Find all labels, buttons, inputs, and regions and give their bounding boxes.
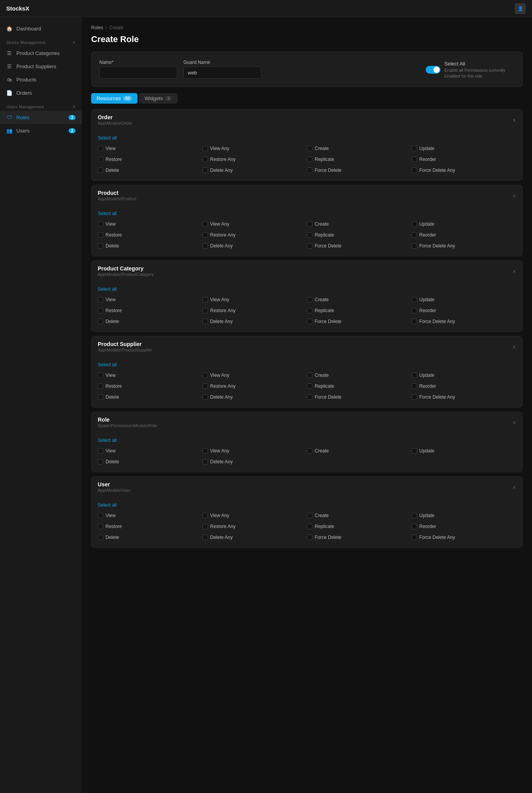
- perm-checkbox-order-create[interactable]: [307, 146, 312, 151]
- perm-checkbox-product-category-force-delete-any[interactable]: [412, 319, 417, 324]
- sidebar-item-products[interactable]: 🛍 Products: [0, 73, 82, 86]
- perm-checkbox-product-supplier-force-delete-any[interactable]: [412, 394, 417, 400]
- resource-select-all-product-category[interactable]: Select all: [98, 286, 117, 292]
- perm-checkbox-user-force-delete[interactable]: [307, 535, 312, 540]
- perm-checkbox-product-supplier-view-any[interactable]: [203, 373, 208, 378]
- resource-header-user[interactable]: User App\Models\User ∧: [92, 477, 522, 497]
- perm-checkbox-order-restore[interactable]: [98, 157, 103, 162]
- resource-select-all-role[interactable]: Select all: [98, 438, 117, 443]
- resource-header-role[interactable]: Role Spatie\Permission\Models\Role ∧: [92, 412, 522, 433]
- perm-checkbox-user-force-delete-any[interactable]: [412, 535, 417, 540]
- perm-checkbox-product-category-update[interactable]: [412, 297, 417, 302]
- perm-checkbox-user-reorder[interactable]: [412, 524, 417, 529]
- sidebar-item-roles[interactable]: 🛡 Roles 3: [0, 111, 82, 124]
- perm-checkbox-role-view[interactable]: [98, 448, 103, 454]
- perm-checkbox-role-view-any[interactable]: [203, 448, 208, 454]
- perm-checkbox-user-delete[interactable]: [98, 535, 103, 540]
- perm-item-user-reorder: Reorder: [412, 523, 516, 530]
- resource-select-all-product[interactable]: Select all: [98, 211, 117, 216]
- resource-title-order: Order: [98, 114, 132, 120]
- perm-checkbox-product-supplier-force-delete[interactable]: [307, 394, 312, 400]
- perm-label: Create: [315, 513, 329, 518]
- perm-checkbox-order-force-delete[interactable]: [307, 168, 312, 173]
- perm-checkbox-role-delete[interactable]: [98, 459, 103, 464]
- perm-checkbox-product-category-delete-any[interactable]: [203, 319, 208, 324]
- sidebar-item-orders[interactable]: 📄 Orders: [0, 86, 82, 99]
- resource-select-all-user[interactable]: Select all: [98, 502, 117, 508]
- perm-checkbox-order-force-delete-any[interactable]: [412, 168, 417, 173]
- perm-checkbox-product-category-restore[interactable]: [98, 308, 103, 313]
- perm-checkbox-role-update[interactable]: [412, 448, 417, 454]
- perm-checkbox-product-force-delete[interactable]: [307, 243, 312, 249]
- perm-checkbox-product-delete-any[interactable]: [203, 243, 208, 249]
- perm-checkbox-product-view-any[interactable]: [203, 221, 208, 227]
- perm-checkbox-user-create[interactable]: [307, 513, 312, 518]
- resource-select-all-product-supplier[interactable]: Select all: [98, 362, 117, 367]
- select-all-toggle[interactable]: [426, 66, 440, 74]
- perm-checkbox-product-category-restore-any[interactable]: [203, 308, 208, 313]
- perm-checkbox-user-restore-any[interactable]: [203, 524, 208, 529]
- perm-checkbox-user-view-any[interactable]: [203, 513, 208, 518]
- perm-checkbox-product-supplier-restore[interactable]: [98, 383, 103, 389]
- perm-checkbox-order-restore-any[interactable]: [203, 157, 208, 162]
- perm-checkbox-user-replicate[interactable]: [307, 524, 312, 529]
- perm-checkbox-product-delete[interactable]: [98, 243, 103, 249]
- resource-select-all-order[interactable]: Select all: [98, 135, 117, 141]
- perm-checkbox-user-restore[interactable]: [98, 524, 103, 529]
- tab-resources[interactable]: Resources 66: [91, 93, 137, 104]
- sidebar-item-product-suppliers[interactable]: ☰ Product Suppliers: [0, 60, 82, 73]
- perm-checkbox-product-category-force-delete[interactable]: [307, 319, 312, 324]
- guard-name-input[interactable]: [183, 67, 261, 79]
- perm-checkbox-product-category-create[interactable]: [307, 297, 312, 302]
- perm-item-user-create: Create: [307, 512, 412, 519]
- perm-checkbox-order-update[interactable]: [412, 146, 417, 151]
- sidebar-item-dashboard[interactable]: 🏠 Dashboard: [0, 22, 82, 35]
- perm-checkbox-product-supplier-delete[interactable]: [98, 394, 103, 400]
- perm-checkbox-product-category-view-any[interactable]: [203, 297, 208, 302]
- perm-checkbox-order-view[interactable]: [98, 146, 103, 151]
- resource-body-product: Select all View View Any Cre: [92, 206, 522, 256]
- perm-checkbox-user-delete-any[interactable]: [203, 535, 208, 540]
- perm-checkbox-order-view-any[interactable]: [203, 146, 208, 151]
- perm-checkbox-product-supplier-delete-any[interactable]: [203, 394, 208, 400]
- perm-checkbox-order-replicate[interactable]: [307, 157, 312, 162]
- resource-header-product-supplier[interactable]: Product Supplier App\Models\ProductSuppl…: [92, 336, 522, 357]
- perm-checkbox-product-supplier-view[interactable]: [98, 373, 103, 378]
- user-avatar[interactable]: 👤: [515, 3, 526, 14]
- perm-item-product-supplier-create: Create: [307, 371, 412, 379]
- sidebar-item-users[interactable]: 👥 Users 2: [0, 124, 82, 137]
- perm-checkbox-product-replicate[interactable]: [307, 232, 312, 238]
- perm-checkbox-product-supplier-create[interactable]: [307, 373, 312, 378]
- perm-checkbox-product-supplier-replicate[interactable]: [307, 383, 312, 389]
- perm-checkbox-product-create[interactable]: [307, 221, 312, 227]
- perm-checkbox-order-reorder[interactable]: [412, 157, 417, 162]
- perm-checkbox-product-category-delete[interactable]: [98, 319, 103, 324]
- perm-checkbox-product-update[interactable]: [412, 221, 417, 227]
- sidebar-item-product-categories[interactable]: ☰ Product Categories: [0, 46, 82, 60]
- perm-checkbox-product-supplier-update[interactable]: [412, 373, 417, 378]
- resource-header-left-product: Product App\Models\Product: [98, 190, 136, 201]
- perm-checkbox-product-supplier-restore-any[interactable]: [203, 383, 208, 389]
- perm-checkbox-user-view[interactable]: [98, 513, 103, 518]
- resource-header-order[interactable]: Order App\Models\Order ∧: [92, 110, 522, 130]
- perm-checkbox-product-force-delete-any[interactable]: [412, 243, 417, 249]
- resource-header-product-category[interactable]: Product Category App\Models\ProductCateg…: [92, 261, 522, 281]
- perm-checkbox-product-supplier-reorder[interactable]: [412, 383, 417, 389]
- perm-checkbox-product-category-replicate[interactable]: [307, 308, 312, 313]
- perm-checkbox-user-update[interactable]: [412, 513, 417, 518]
- perm-checkbox-order-delete-any[interactable]: [203, 168, 208, 173]
- perm-checkbox-role-create[interactable]: [307, 448, 312, 454]
- breadcrumb-roles-link[interactable]: Roles: [91, 25, 103, 30]
- perm-checkbox-product-restore-any[interactable]: [203, 232, 208, 238]
- perm-checkbox-product-category-view[interactable]: [98, 297, 103, 302]
- perm-checkbox-product-restore[interactable]: [98, 232, 103, 238]
- perm-checkbox-role-delete-any[interactable]: [203, 459, 208, 464]
- perm-checkbox-order-delete[interactable]: [98, 168, 103, 173]
- perm-checkbox-product-view[interactable]: [98, 221, 103, 227]
- name-input[interactable]: [99, 67, 177, 79]
- tab-widgets[interactable]: Widgets 2: [139, 93, 178, 104]
- perm-checkbox-product-category-reorder[interactable]: [412, 308, 417, 313]
- resource-header-product[interactable]: Product App\Models\Product ∧: [92, 185, 522, 206]
- perm-checkbox-product-reorder[interactable]: [412, 232, 417, 238]
- select-all-group: Select All Enable all Permissions curren…: [426, 61, 514, 79]
